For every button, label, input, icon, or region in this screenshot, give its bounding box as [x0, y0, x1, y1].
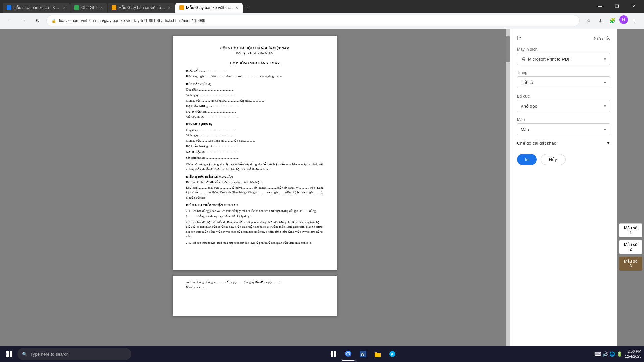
document-page-2: sát Giao thông - Công an .......... cấp … [173, 276, 337, 316]
mau-so-3-button[interactable]: Mẫu số 3 [619, 257, 642, 271]
maximize-button[interactable]: ❐ [609, 1, 625, 11]
start-button[interactable] [3, 347, 16, 361]
doc-line-4: Sinh ngày:..............................… [186, 93, 324, 97]
taskbar-search-placeholder: Type here to search [30, 352, 69, 357]
doc-partial-line-1: Nguồn gốc xe: [186, 285, 324, 290]
tab-3-close[interactable]: ✕ [168, 6, 171, 10]
tab-4-label: Mẫu Giấy bán xe viết tay chuẩ... [186, 5, 233, 10]
profile-avatar[interactable]: H [619, 15, 628, 24]
print-layout-field: Bố cục Khổ dọc ▼ [517, 94, 610, 112]
print-color-label: Màu [517, 117, 610, 122]
taskbar-center-icons: W P [133, 347, 593, 361]
document-page-1: CỘNG HÒA XÃ HỘI CHỦ NGHĨA VIỆT NAM Độc l… [173, 36, 337, 270]
tray-network-icon[interactable]: 🌐 [609, 351, 615, 357]
taskbar-tray: ⌨ 🔊 🌐 🔋 2:56 PM 12/4/2023 [594, 349, 641, 359]
bookmark-button[interactable]: ☆ [583, 15, 594, 26]
tab-1-label: mẫu mua bán xe cũ - Kết quả t... [13, 5, 61, 10]
print-layout-value: Khổ dọc [521, 104, 537, 109]
tab-4[interactable]: Mẫu Giấy bán xe viết tay chuẩ... ✕ [175, 3, 243, 13]
doc-line-10: Ông (Bà): ..............................… [186, 128, 324, 132]
print-printer-field: Máy in đích 🖨 Microsoft Print to PDF ▼ [517, 47, 610, 65]
doc-line-13: Hộ khẩu thường trú:.....................… [186, 144, 324, 149]
tab-1-favicon [7, 5, 11, 10]
tab-3-favicon [112, 5, 116, 10]
taskbar-clock[interactable]: 2:56 PM 12/4/2023 [625, 349, 641, 359]
taskbar-word-button[interactable]: W [356, 347, 370, 361]
print-panel-header: In 2 tờ giấy [517, 36, 610, 42]
taskbar-file-explorer-button[interactable] [371, 347, 384, 361]
advanced-settings-section[interactable]: Chế độ cài đặt khác ▼ [517, 141, 610, 146]
doc-line-23: 2.2. Bên bán đã nhận đủ tiền do Bên mua … [186, 220, 324, 239]
svg-text:P: P [391, 352, 393, 356]
taskbar: 🔍 Type here to search W [0, 346, 644, 362]
print-printer-value: Microsoft Print to PDF [528, 57, 571, 62]
document-header: CỘNG HÒA XÃ HỘI CHỦ NGHĨA VIỆT NAM Độc l… [186, 46, 324, 66]
tab-2[interactable]: ChatGPT ✕ [70, 3, 107, 13]
tray-volume-icon[interactable]: 🔊 [602, 351, 608, 357]
doc-line-12: CMND số:.............do Công an.........… [186, 138, 324, 143]
browser-titlebar: mẫu mua bán xe cũ - Kết quả t... ✕ ChatG… [0, 0, 644, 13]
minimize-button[interactable]: — [592, 1, 608, 11]
menu-button[interactable]: ⋮ [629, 15, 640, 26]
print-printer-label: Máy in đích [517, 47, 610, 52]
tab-bar: mẫu mua bán xe cũ - Kết quả t... ✕ ChatG… [3, 0, 588, 13]
mau-so-panel: Mẫu số 1 Mẫu số 2 Mẫu số 3 [617, 29, 644, 346]
cancel-button[interactable]: Hủy [541, 154, 566, 165]
new-tab-button[interactable]: + [243, 3, 253, 13]
doc-subtitle: Độc lập - Tự do - Hạnh phúc [186, 51, 324, 56]
doc-section-ben-mua: BÊN MUA (BÊN B) [186, 122, 324, 127]
mau-so-2-button[interactable]: Mẫu số 2 [619, 240, 642, 254]
download-button[interactable]: ⬇ [595, 15, 606, 26]
doc-line-14: Nơi ở hiện tại:.........................… [186, 149, 324, 154]
taskbar-app5-button[interactable]: P [386, 347, 399, 361]
print-pages-select[interactable]: Tất cả ▼ [517, 76, 610, 88]
taskbar-chrome-button[interactable] [341, 347, 355, 361]
doc-section-dieu2: ĐIỀU 2: SỰ THỎA THUẬN MUA BÁN [186, 203, 324, 208]
browser-toolbar: ← → ↻ 🔒 luatvietnam.vn/bieu-mau/giay-ban… [0, 13, 644, 29]
tab-4-favicon [179, 5, 184, 10]
print-button[interactable]: In [517, 154, 537, 165]
toolbar-actions: ☆ ⬇ 🧩 H ⋮ [583, 15, 640, 26]
tab-3[interactable]: Mẫu Giấy bán xe viết tay chuẩ... ✕ [108, 3, 175, 13]
doc-line-7: Nơi ở hiện tại:.........................… [186, 109, 324, 114]
taskbar-task-view-button[interactable] [327, 347, 340, 361]
taskbar-time-display: 2:56 PM [625, 349, 641, 354]
doc-line-18: Bên bán là chủ sở hữu của chiếc xe máy/x… [186, 180, 324, 184]
print-layout-label: Bố cục [517, 94, 610, 99]
scrollbar-thumb[interactable] [506, 36, 510, 62]
print-layout-select[interactable]: Khổ dọc ▼ [517, 100, 610, 112]
window-controls: — ❐ ✕ [592, 1, 641, 11]
doc-line-6: Hộ khẩu thường trú:.....................… [186, 104, 324, 108]
layout-select-arrow: ▼ [603, 104, 607, 108]
print-pages-count: 2 tờ giấy [593, 36, 610, 41]
forward-button[interactable]: → [18, 15, 29, 26]
print-actions: In Hủy [517, 154, 610, 165]
print-pages-value: Tất cả [521, 80, 533, 85]
document-preview-area: CỘNG HÒA XÃ HỘI CHỦ NGHĨA VIỆT NAM Độc l… [0, 29, 510, 346]
taskbar-search-bar[interactable]: 🔍 Type here to search [17, 348, 131, 360]
address-text: luatvietnam.vn/bieu-mau/giay-ban-xe-viet… [59, 18, 205, 23]
taskbar-date-display: 12/4/2023 [625, 354, 641, 359]
pages-select-arrow: ▼ [603, 81, 607, 84]
doc-line-20: Nguồn gốc xe: [186, 195, 324, 200]
refresh-button[interactable]: ↻ [32, 15, 43, 26]
mau-so-1-button[interactable]: Mẫu số 1 [619, 223, 642, 237]
tray-battery-icon[interactable]: 🔋 [616, 351, 622, 357]
print-printer-select[interactable]: 🖨 Microsoft Print to PDF ▼ [517, 53, 610, 65]
print-panel-title: In [517, 36, 521, 42]
lock-icon: 🔒 [51, 18, 56, 23]
extensions-button[interactable]: 🧩 [607, 15, 618, 26]
tab-1-close[interactable]: ✕ [63, 6, 66, 10]
printer-select-arrow: ▼ [603, 57, 607, 61]
close-button[interactable]: ✕ [626, 1, 641, 11]
tray-keyboard-icon[interactable]: ⌨ [594, 351, 601, 357]
back-button[interactable]: ← [4, 15, 15, 26]
color-select-arrow: ▼ [603, 128, 607, 131]
advanced-chevron-icon: ▼ [606, 141, 610, 146]
tab-2-close[interactable]: ✕ [100, 6, 103, 10]
scrollbar[interactable] [506, 29, 510, 346]
print-color-select[interactable]: Màu ▼ [517, 123, 610, 135]
tab-1[interactable]: mẫu mua bán xe cũ - Kết quả t... ✕ [3, 3, 70, 13]
address-bar[interactable]: 🔒 luatvietnam.vn/bieu-mau/giay-ban-xe-vi… [46, 15, 580, 26]
tab-4-close[interactable]: ✕ [235, 6, 238, 10]
